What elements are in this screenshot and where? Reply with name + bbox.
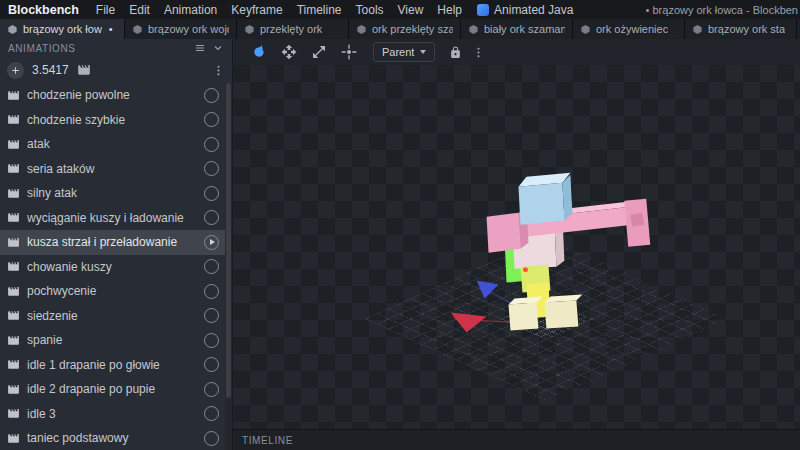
resize-tool[interactable] — [307, 41, 331, 63]
animation-item[interactable]: atak — [0, 132, 225, 157]
animation-item[interactable]: chodzenie powolne — [0, 83, 225, 108]
menubar: Blockbench File Edit Animation Keyframe … — [0, 0, 800, 19]
project-tab[interactable]: brązowy ork łow • — [0, 19, 125, 39]
movie-icon — [7, 358, 20, 371]
animation-item[interactable]: siedzenie — [0, 304, 225, 329]
model-icon — [7, 24, 18, 35]
animation-time-value[interactable]: 3.5417 — [32, 63, 69, 77]
app-logo: Blockbench — [0, 3, 89, 17]
animations-toolbar: 3.5417 — [0, 57, 232, 83]
movie-icon — [7, 113, 20, 126]
animation-item[interactable]: chowanie kuszy — [0, 255, 225, 280]
animations-panel: ANIMATIONS 3.5417 chodzenie powolne chod… — [0, 39, 233, 450]
pivot-icon — [341, 44, 357, 60]
model-icon — [244, 24, 255, 35]
movie-icon[interactable] — [77, 63, 91, 77]
movie-icon — [7, 260, 20, 273]
pivot-tool[interactable] — [337, 41, 361, 63]
window-title: • brązowy ork łowca - Blockben — [646, 4, 800, 16]
movie-icon — [7, 236, 20, 249]
viewport-canvas[interactable] — [233, 65, 800, 430]
movie-icon — [7, 138, 20, 151]
panel-scrollbar[interactable] — [225, 83, 232, 450]
play-toggle-icon[interactable] — [204, 88, 219, 103]
scrollbar-thumb[interactable] — [226, 83, 231, 398]
play-toggle-icon[interactable] — [204, 112, 219, 127]
play-toggle-icon[interactable] — [204, 357, 219, 372]
animated-java-icon — [477, 4, 489, 16]
resize-icon — [311, 44, 327, 60]
panel-title: ANIMATIONS — [8, 43, 75, 54]
play-toggle-icon[interactable] — [204, 235, 219, 250]
animation-item[interactable]: chodzenie szybkie — [0, 108, 225, 133]
movie-icon — [7, 407, 20, 420]
movie-icon — [7, 285, 20, 298]
play-toggle-icon[interactable] — [204, 431, 219, 446]
menu-tools[interactable]: Tools — [349, 3, 391, 17]
project-tab[interactable]: ork przeklęty szam — [349, 19, 461, 39]
chevron-down-icon — [420, 50, 426, 54]
menu-timeline[interactable]: Timeline — [290, 3, 349, 17]
animation-item[interactable]: silny atak — [0, 181, 225, 206]
play-toggle-icon[interactable] — [204, 210, 219, 225]
animation-item[interactable]: idle 2 drapanie po pupie — [0, 377, 225, 402]
timeline-panel-header[interactable]: TIMELINE — [233, 429, 800, 450]
animation-item-selected[interactable]: kusza strzał i przeładowanie — [0, 230, 225, 255]
animation-item[interactable]: seria ataków — [0, 157, 225, 182]
move-icon — [281, 44, 297, 60]
movie-icon — [7, 89, 20, 102]
play-toggle-icon[interactable] — [204, 406, 219, 421]
menu-edit[interactable]: Edit — [122, 3, 157, 17]
more-vertical-icon[interactable] — [472, 46, 485, 59]
rotate-tool[interactable] — [247, 41, 271, 63]
play-toggle-icon[interactable] — [204, 333, 219, 348]
more-vertical-icon[interactable] — [212, 64, 225, 77]
movie-icon — [7, 309, 20, 322]
project-tab[interactable]: brązowy ork sta — [685, 19, 797, 39]
play-toggle-icon[interactable] — [204, 259, 219, 274]
animation-item[interactable]: idle 1 drapanie po głowie — [0, 353, 225, 378]
lock-icon[interactable] — [449, 46, 462, 59]
menu-keyframe[interactable]: Keyframe — [224, 3, 289, 17]
project-tab[interactable]: biały ork szaman — [461, 19, 573, 39]
project-tab[interactable]: brązowy ork wojow — [125, 19, 237, 39]
play-toggle-icon[interactable] — [204, 382, 219, 397]
animation-list: chodzenie powolne chodzenie szybkie atak… — [0, 83, 232, 450]
play-icon — [210, 239, 215, 245]
viewport-toolbar: Parent — [233, 39, 800, 65]
animation-item[interactable]: pochwycenie — [0, 279, 225, 304]
animation-item[interactable]: wyciąganie kuszy i ładowanie — [0, 206, 225, 231]
play-toggle-icon[interactable] — [204, 186, 219, 201]
modified-dot: • — [109, 23, 113, 35]
animation-item[interactable]: spanie — [0, 328, 225, 353]
menu-help[interactable]: Help — [430, 3, 469, 17]
animation-item[interactable]: idle 3 — [0, 402, 225, 427]
menu-animation[interactable]: Animation — [157, 3, 224, 17]
animations-panel-header: ANIMATIONS — [0, 39, 232, 57]
play-toggle-icon[interactable] — [204, 308, 219, 323]
play-toggle-icon[interactable] — [204, 284, 219, 299]
add-icon — [10, 65, 21, 76]
movie-icon — [7, 187, 20, 200]
play-toggle-icon[interactable] — [204, 137, 219, 152]
model-icon — [132, 24, 143, 35]
menu-view[interactable]: View — [391, 3, 431, 17]
model-icon — [692, 24, 703, 35]
movie-icon — [7, 162, 20, 175]
menu-animated-java[interactable]: Animated Java — [469, 3, 581, 17]
chevron-down-icon[interactable] — [212, 42, 224, 54]
move-tool[interactable] — [277, 41, 301, 63]
menu-file[interactable]: File — [89, 3, 122, 17]
project-tab[interactable]: ork ożywieniec — [573, 19, 685, 39]
model-icon — [580, 24, 591, 35]
parent-dropdown[interactable]: Parent — [373, 42, 435, 62]
play-toggle-icon[interactable] — [204, 161, 219, 176]
add-animation-button[interactable] — [7, 62, 24, 79]
rotate-icon — [251, 44, 267, 60]
animation-item[interactable]: taniec podstawowy — [0, 426, 225, 450]
project-tab[interactable]: przeklęty ork — [237, 19, 349, 39]
timeline-label: TIMELINE — [242, 435, 293, 446]
movie-icon — [7, 383, 20, 396]
panel-menu-icon[interactable] — [194, 42, 206, 54]
movie-icon — [7, 211, 20, 224]
